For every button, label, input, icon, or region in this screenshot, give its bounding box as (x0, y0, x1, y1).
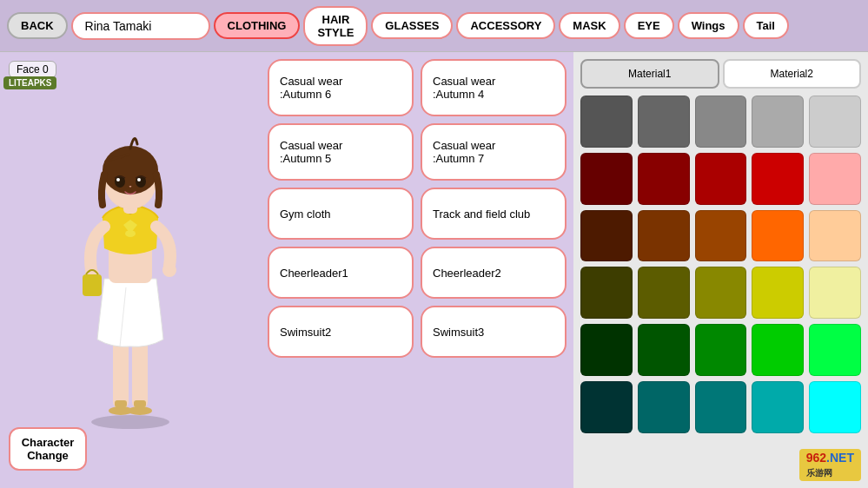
color-swatch-28[interactable] (752, 381, 804, 433)
svg-rect-4 (115, 400, 127, 407)
material-tabs: Material1 Material2 (580, 59, 861, 89)
svg-point-13 (162, 263, 176, 277)
watermark: 962.NET 乐游网 (799, 449, 861, 481)
liteapks-badge: LITEAPKS (3, 76, 56, 89)
back-button[interactable]: BACK (7, 12, 68, 39)
tab-clothing[interactable]: CLOTHING (214, 12, 301, 39)
clothing-item-2[interactable]: Casual wear :Autumn 5 (268, 123, 414, 181)
color-swatch-11[interactable] (638, 210, 690, 262)
color-swatch-15[interactable] (580, 267, 633, 319)
color-swatch-24[interactable] (809, 324, 861, 376)
color-swatch-25[interactable] (580, 381, 633, 433)
svg-point-19 (116, 178, 120, 181)
color-swatch-16[interactable] (638, 267, 690, 319)
tab-mask[interactable]: MASK (559, 12, 620, 39)
color-swatch-7[interactable] (695, 153, 747, 205)
material1-tab[interactable]: Material1 (580, 59, 719, 89)
top-navigation: BACK CLOTHING HAIRSTYLE GLASSES ACCESSOR… (0, 0, 868, 52)
face-badge: Face 0 (9, 61, 56, 78)
clothing-item-8[interactable]: Swimsuit2 (268, 306, 414, 358)
tab-accessory[interactable]: ACCESSORY (456, 12, 555, 39)
tab-wings[interactable]: Wings (678, 12, 739, 39)
tab-eye[interactable]: EYE (624, 12, 674, 39)
color-swatch-6[interactable] (638, 153, 690, 205)
tab-hairstyle[interactable]: HAIRSTYLE (303, 6, 368, 46)
svg-point-9 (125, 230, 136, 237)
svg-point-20 (137, 178, 141, 181)
color-swatch-8[interactable] (752, 153, 804, 205)
color-swatch-9[interactable] (809, 153, 861, 205)
color-swatch-0[interactable] (580, 96, 633, 148)
character-change-button[interactable]: CharacterChange (9, 427, 87, 471)
color-swatch-10[interactable] (580, 210, 633, 262)
tab-glasses[interactable]: GLASSES (371, 12, 453, 39)
color-swatch-29[interactable] (809, 381, 861, 433)
clothing-item-0[interactable]: Casual wear :Autumn 6 (268, 59, 414, 116)
color-swatch-26[interactable] (638, 381, 690, 433)
color-swatch-5[interactable] (580, 153, 633, 205)
clothing-item-4[interactable]: Gym cloth (268, 188, 414, 240)
svg-rect-6 (134, 400, 146, 407)
watermark-text1: 962 (806, 451, 826, 465)
color-swatch-1[interactable] (638, 96, 690, 148)
color-swatch-20[interactable] (580, 324, 633, 376)
color-swatch-4[interactable] (809, 96, 861, 148)
character-preview: Face 0 LITEAPKS (0, 52, 261, 488)
clothing-list: Casual wear :Autumn 6Casual wear :Autumn… (261, 52, 573, 488)
color-swatch-2[interactable] (695, 96, 747, 148)
color-grid (580, 96, 861, 433)
watermark-text2: .NET (826, 451, 854, 465)
color-swatch-27[interactable] (695, 381, 747, 433)
clothing-item-7[interactable]: Cheerleader2 (421, 247, 567, 299)
clothing-item-1[interactable]: Casual wear :Autumn 4 (421, 59, 567, 116)
svg-rect-12 (83, 274, 102, 296)
clothing-item-9[interactable]: Swimsuit3 (421, 306, 567, 358)
main-area: Face 0 LITEAPKS (0, 52, 868, 488)
clothing-item-3[interactable]: Casual wear :Autumn 7 (421, 123, 567, 181)
color-swatch-21[interactable] (638, 324, 690, 376)
svg-point-0 (91, 415, 169, 429)
color-swatch-3[interactable] (752, 96, 804, 148)
watermark-subtext: 乐游网 (806, 468, 832, 478)
color-palette: Material1 Material2 (573, 52, 868, 488)
character-name-input[interactable] (71, 12, 210, 40)
color-swatch-22[interactable] (695, 324, 747, 376)
tab-tail[interactable]: Tail (743, 12, 789, 39)
character-figure (61, 105, 200, 435)
clothing-item-5[interactable]: Track and field club (421, 188, 567, 240)
color-swatch-23[interactable] (752, 324, 804, 376)
material2-tab[interactable]: Material2 (723, 59, 862, 89)
color-swatch-12[interactable] (695, 210, 747, 262)
color-swatch-13[interactable] (752, 210, 804, 262)
svg-point-5 (128, 406, 152, 415)
color-swatch-19[interactable] (809, 267, 861, 319)
color-swatch-17[interactable] (695, 267, 747, 319)
color-swatch-14[interactable] (809, 210, 861, 262)
clothing-item-6[interactable]: Cheerleader1 (268, 247, 414, 299)
color-swatch-18[interactable] (752, 267, 804, 319)
